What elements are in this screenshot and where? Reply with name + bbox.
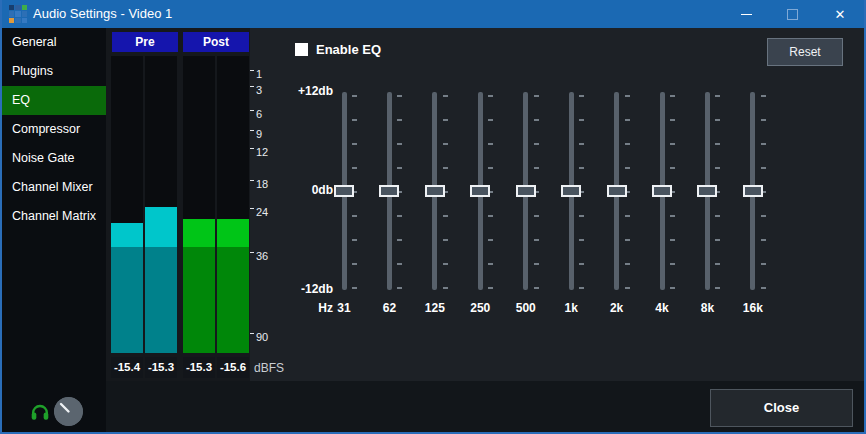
eq-tick bbox=[625, 263, 630, 265]
sidebar-item-channel-matrix[interactable]: Channel Matrix bbox=[2, 202, 106, 231]
sidebar-item-general[interactable]: General bbox=[2, 28, 106, 57]
scale-number: 18 bbox=[256, 179, 268, 190]
eq-tick bbox=[534, 239, 539, 241]
sidebar-item-channel-mixer[interactable]: Channel Mixer bbox=[2, 173, 106, 202]
eq-band-freq-label: 2k bbox=[595, 301, 639, 315]
eq-tick bbox=[534, 143, 539, 145]
eq-tick bbox=[352, 263, 357, 265]
eq-tick bbox=[579, 287, 584, 289]
sidebar-item-eq[interactable]: EQ bbox=[2, 86, 106, 115]
enable-eq-checkbox[interactable] bbox=[295, 43, 308, 56]
title-bar: Audio Settings - Video 1 ✕ bbox=[0, 0, 866, 28]
scale-tick bbox=[250, 252, 254, 253]
eq-band-freq-label: 1k bbox=[549, 301, 593, 315]
eq-slider-handle[interactable] bbox=[425, 185, 445, 197]
eq-tick bbox=[397, 119, 402, 121]
eq-tick bbox=[761, 95, 766, 97]
sidebar-item-plugins[interactable]: Plugins bbox=[2, 57, 106, 86]
eq-band-freq-label: 125 bbox=[413, 301, 457, 315]
eq-tick bbox=[397, 287, 402, 289]
eq-tick bbox=[761, 119, 766, 121]
eq-tick bbox=[761, 263, 766, 265]
eq-tick bbox=[443, 167, 448, 169]
eq-tick bbox=[579, 263, 584, 265]
audio-settings-window: Audio Settings - Video 1 ✕ GeneralPlugin… bbox=[0, 0, 866, 434]
meter-channel-post-1 bbox=[183, 56, 215, 353]
scale-tick bbox=[250, 130, 254, 131]
eq-tick bbox=[397, 143, 402, 145]
eq-tick bbox=[352, 143, 357, 145]
close-button[interactable]: Close bbox=[710, 389, 853, 427]
eq-slider-handle[interactable] bbox=[379, 185, 399, 197]
enable-eq-label[interactable]: Enable EQ bbox=[316, 42, 381, 57]
sidebar-item-compressor[interactable]: Compressor bbox=[2, 115, 106, 144]
minimize-icon bbox=[741, 14, 752, 15]
eq-slider-handle[interactable] bbox=[743, 185, 763, 197]
scale-tick bbox=[250, 148, 254, 149]
maximize-button[interactable] bbox=[770, 0, 814, 28]
eq-tick bbox=[534, 263, 539, 265]
eq-band-freq-label: 500 bbox=[504, 301, 548, 315]
scale-number: 9 bbox=[256, 129, 262, 140]
meter-header-pre: Pre bbox=[112, 32, 178, 52]
eq-band-freq-label: 250 bbox=[458, 301, 502, 315]
scale-number: 3 bbox=[256, 85, 262, 96]
sidebar-item-noise-gate[interactable]: Noise Gate bbox=[2, 144, 106, 173]
eq-slider-handle[interactable] bbox=[697, 185, 717, 197]
eq-slider-handle[interactable] bbox=[652, 185, 672, 197]
meter-reading: -15.3 bbox=[145, 357, 177, 378]
sidebar: GeneralPluginsEQCompressorNoise GateChan… bbox=[2, 28, 106, 432]
eq-band-4k: 4k bbox=[640, 85, 684, 317]
scale-number: 36 bbox=[256, 251, 268, 262]
eq-band-500: 500 bbox=[504, 85, 548, 317]
eq-tick bbox=[534, 167, 539, 169]
eq-slider-handle[interactable] bbox=[607, 185, 627, 197]
meter-channel-pre-2 bbox=[145, 56, 177, 353]
eq-tick bbox=[488, 215, 493, 217]
reset-button[interactable]: Reset bbox=[767, 38, 843, 66]
scale-tick bbox=[250, 333, 254, 334]
eq-tick bbox=[443, 215, 448, 217]
close-window-button[interactable]: ✕ bbox=[818, 0, 862, 28]
eq-band-62: 62 bbox=[367, 85, 411, 317]
eq-band-2k: 2k bbox=[595, 85, 639, 317]
eq-tick bbox=[625, 119, 630, 121]
eq-tick bbox=[761, 143, 766, 145]
scale-tick bbox=[250, 110, 254, 111]
eq-slider-handle[interactable] bbox=[334, 185, 354, 197]
eq-tick bbox=[579, 215, 584, 217]
eq-tick bbox=[715, 263, 720, 265]
eq-band-16k: 16k bbox=[731, 85, 775, 317]
eq-tick bbox=[670, 167, 675, 169]
eq-tick bbox=[670, 143, 675, 145]
eq-tick bbox=[761, 167, 766, 169]
eq-tick bbox=[397, 263, 402, 265]
eq-slider-handle[interactable] bbox=[516, 185, 536, 197]
meter-bar-body bbox=[145, 247, 177, 353]
scale-number: 1 bbox=[256, 69, 262, 80]
headphone-volume-knob[interactable] bbox=[54, 397, 83, 426]
eq-tick bbox=[670, 95, 675, 97]
eq-slider-handle[interactable] bbox=[561, 185, 581, 197]
meter-header-post: Post bbox=[183, 32, 249, 52]
eq-slider-handle[interactable] bbox=[470, 185, 490, 197]
eq-tick bbox=[443, 239, 448, 241]
minimize-button[interactable] bbox=[724, 0, 768, 28]
eq-tick bbox=[761, 287, 766, 289]
eq-tick bbox=[579, 95, 584, 97]
eq-band-31: 31 bbox=[322, 85, 366, 317]
meter-bar-body bbox=[111, 247, 143, 353]
headphones-icon[interactable] bbox=[29, 400, 51, 422]
eq-tick bbox=[352, 287, 357, 289]
window-title: Audio Settings - Video 1 bbox=[33, 6, 172, 21]
eq-tick bbox=[488, 287, 493, 289]
eq-band-freq-label: 31 bbox=[322, 301, 366, 315]
eq-tick bbox=[397, 239, 402, 241]
eq-tick bbox=[352, 95, 357, 97]
eq-tick bbox=[397, 167, 402, 169]
meter-bar-peak bbox=[145, 207, 177, 247]
eq-tick bbox=[579, 167, 584, 169]
meter-bar-peak bbox=[111, 223, 143, 247]
eq-tick bbox=[488, 167, 493, 169]
eq-tick bbox=[397, 215, 402, 217]
